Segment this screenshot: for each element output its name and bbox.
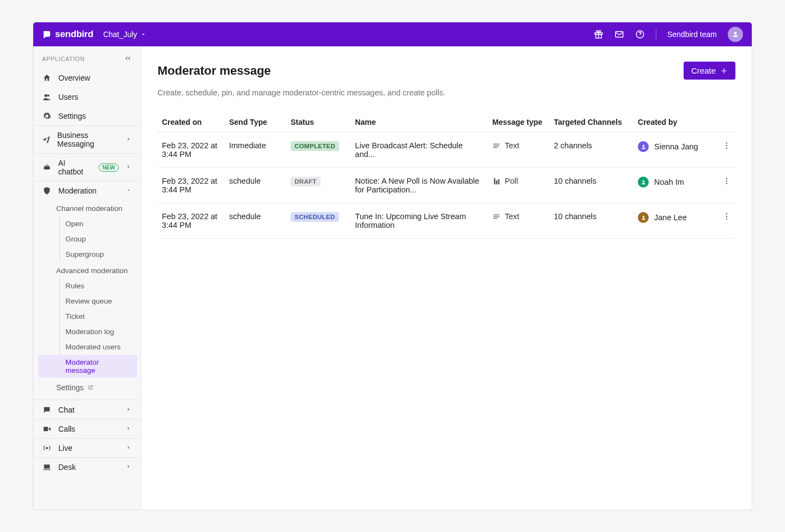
cell-status: SCHEDULED (286, 203, 351, 239)
cell-message-type: Text (488, 203, 550, 239)
sidebar-item-settings[interactable]: Settings (33, 106, 141, 125)
chat-icon (42, 406, 52, 414)
top-bar-divider (656, 29, 656, 40)
col-header-status[interactable]: Status (286, 112, 351, 132)
svg-point-12 (726, 213, 727, 214)
sidebar-item-business-messaging[interactable]: Business Messaging (33, 125, 141, 153)
page-title: Moderator message (158, 64, 271, 78)
sidebar-item-chat[interactable]: Chat (33, 400, 141, 419)
chevron-right-icon (125, 425, 132, 433)
sidebar-item-ai-chatbot[interactable]: AI chatbot NEW (33, 153, 141, 181)
row-actions-button[interactable] (717, 132, 735, 168)
sidebar-collapse-button[interactable] (123, 54, 132, 64)
creator-avatar (638, 141, 649, 152)
sidebar-subgroup-advanced-moderation: Advanced moderation (33, 262, 141, 278)
page-description: Create, schedule, pin, and manage modera… (158, 88, 735, 97)
app-switcher[interactable]: Chat_July (103, 30, 147, 39)
chevron-down-icon (140, 31, 147, 38)
chevron-right-icon (125, 135, 132, 144)
cell-creator: Noah Im (633, 168, 717, 203)
cell-creator: Sienna Jang (633, 132, 717, 168)
sidebar-item-users[interactable]: Users (33, 87, 141, 106)
sidebar-subitem-supergroup[interactable]: Supergroup (60, 247, 137, 262)
home-icon (42, 74, 52, 82)
sidebar-item-moderation[interactable]: Moderation (33, 181, 141, 200)
sidebar-item-calls[interactable]: Calls (33, 419, 141, 438)
chevron-double-left-icon (123, 54, 132, 63)
cell-status: DRAFT (286, 168, 351, 203)
col-header-name[interactable]: Name (351, 112, 488, 132)
svg-point-7 (726, 145, 727, 146)
sendbird-logo-icon (42, 29, 52, 39)
sidebar-subitem-review-queue[interactable]: Review queue (60, 294, 137, 309)
main-content: Moderator message Create Create, schedul… (141, 46, 752, 510)
sidebar-subitem-rules[interactable]: Rules (60, 279, 137, 293)
help-icon[interactable] (635, 29, 645, 39)
plus-icon (720, 67, 728, 75)
video-icon (42, 425, 52, 433)
app-switcher-label: Chat_July (103, 30, 137, 39)
sidebar-settings-link[interactable]: Settings (33, 378, 141, 400)
sidebar-sublist-channel-moderation: Open Group Supergroup (59, 216, 141, 262)
messages-table: Created on Send Type Status Name Message… (158, 112, 735, 239)
sidebar-item-label: Overview (58, 74, 90, 82)
sidebar-nav: Overview Users Settings Business Messagi… (33, 68, 141, 476)
col-header-type[interactable]: Message type (488, 112, 550, 132)
creator-avatar (638, 177, 649, 188)
page-header: Moderator message Create (158, 62, 735, 80)
sidebar-subitem-group[interactable]: Group (60, 232, 137, 246)
poll-icon (492, 177, 500, 185)
row-actions-button[interactable] (717, 203, 735, 239)
cell-status: COMPLETED (286, 132, 351, 168)
desk-icon (42, 463, 52, 471)
svg-point-10 (726, 180, 727, 182)
create-button[interactable]: Create (684, 62, 735, 80)
col-header-created[interactable]: Created on (158, 112, 225, 132)
cell-message-type: Text (488, 132, 550, 168)
chevron-right-icon (125, 406, 132, 414)
more-vertical-icon (722, 177, 731, 185)
team-name[interactable]: Sendbird team (667, 30, 717, 39)
gift-icon[interactable] (594, 29, 603, 39)
brand-logo[interactable]: sendbird (42, 29, 93, 40)
mail-icon[interactable] (614, 29, 624, 39)
sidebar-item-overview[interactable]: Overview (33, 68, 141, 87)
sidebar-subitem-open[interactable]: Open (60, 216, 137, 231)
status-badge: SCHEDULED (291, 212, 339, 222)
svg-point-9 (726, 178, 727, 179)
sidebar-item-live[interactable]: Live (33, 438, 141, 457)
svg-point-6 (726, 142, 727, 143)
row-actions-button[interactable] (717, 168, 735, 203)
sidebar-subitem-ticket[interactable]: Ticket (60, 309, 137, 324)
brand-text: sendbird (55, 29, 93, 40)
svg-point-8 (726, 147, 727, 148)
cell-send-type: schedule (225, 168, 286, 203)
col-header-actions (717, 112, 735, 132)
table-row[interactable]: Feb 23, 2022 at 3:44 PMImmediateCOMPLETE… (158, 132, 735, 168)
table-row[interactable]: Feb 23, 2022 at 3:44 PMscheduleDRAFTNoti… (158, 168, 735, 203)
table-row[interactable]: Feb 23, 2022 at 3:44 PMscheduleSCHEDULED… (158, 203, 735, 239)
col-header-by[interactable]: Created by (633, 112, 717, 132)
col-header-target[interactable]: Targeted Channels (550, 112, 633, 132)
sidebar-subitem-moderator-message[interactable]: Moderator message (38, 355, 137, 378)
sidebar-item-label: Desk (58, 463, 76, 471)
text-icon (492, 142, 500, 150)
col-header-send[interactable]: Send Type (225, 112, 286, 132)
chevron-right-icon (125, 444, 132, 452)
sidebar-item-label: AI chatbot (58, 159, 92, 176)
cell-targeted: 10 channels (550, 168, 633, 203)
cell-created: Feb 23, 2022 at 3:44 PM (158, 168, 225, 203)
cell-name: Tune In: Upcoming Live Stream Informatio… (351, 203, 488, 239)
user-avatar[interactable] (728, 27, 743, 42)
sidebar-item-desk[interactable]: Desk (33, 457, 141, 476)
status-badge: COMPLETED (291, 141, 339, 151)
create-button-label: Create (691, 66, 716, 75)
cell-name: Notice: A New Poll is Now Available for … (351, 168, 488, 203)
sidebar-subitem-moderated-users[interactable]: Moderated users (60, 340, 137, 354)
svg-point-11 (726, 183, 727, 184)
sidebar-subitem-moderation-log[interactable]: Moderation log (60, 324, 137, 339)
sidebar-item-label: Business Messaging (57, 131, 119, 148)
svg-point-13 (726, 216, 727, 217)
text-icon (492, 213, 500, 221)
top-bar: sendbird Chat_July Sendbird team (33, 22, 752, 46)
